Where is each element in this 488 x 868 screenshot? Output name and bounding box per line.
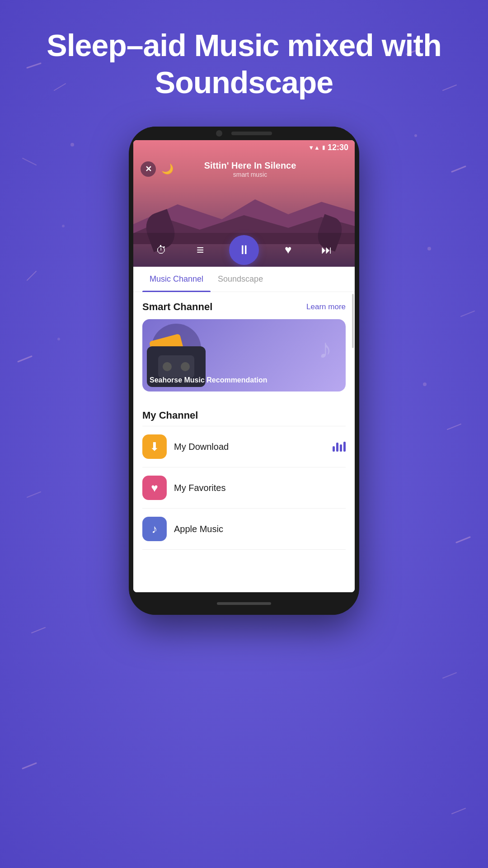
pause-button[interactable]: ⏸ xyxy=(229,235,259,265)
notification-bar: ✕ 🌙 Sittin' Here In Silence smart music xyxy=(133,156,355,182)
svg-line-9 xyxy=(447,424,461,429)
status-time: 12:30 xyxy=(328,143,348,152)
section-header: Smart Channel Learn more xyxy=(142,301,346,313)
apple-music-item[interactable]: ♪ Apple Music xyxy=(142,509,346,549)
svg-point-21 xyxy=(423,382,427,386)
svg-line-13 xyxy=(443,673,456,678)
wifi-icon: ▼▲ xyxy=(308,144,320,151)
divider-3 xyxy=(142,549,346,550)
my-download-label: My Download xyxy=(174,442,333,452)
apple-music-label: Apple Music xyxy=(174,524,346,534)
timer-icon: ⏱ xyxy=(156,244,167,256)
svg-line-4 xyxy=(23,158,36,165)
phone-speaker xyxy=(231,132,272,135)
phone-frame: ▼▲ ▮ 12:30 ✕ 🌙 Sittin' Here xyxy=(129,127,359,615)
apple-music-icon: ♪ xyxy=(152,522,158,536)
cassette-reel-right xyxy=(181,362,190,371)
content-area: Music Channel Soundscape Smart Channel L… xyxy=(133,267,355,592)
smart-channel-section: Smart Channel Learn more xyxy=(133,292,355,392)
my-favorites-item[interactable]: ♥ My Favorites xyxy=(142,467,346,508)
svg-line-11 xyxy=(456,537,470,542)
smart-channel-card[interactable]: ♪ Seahorse Music Recommendation xyxy=(142,319,346,392)
close-button[interactable]: ✕ xyxy=(141,161,156,177)
my-favorites-label: My Favorites xyxy=(174,483,346,493)
phone-notch xyxy=(129,127,359,140)
status-bar: ▼▲ ▮ 12:30 xyxy=(133,140,355,155)
music-note-icon: ♪ xyxy=(319,333,332,364)
phone-bottom xyxy=(129,592,359,615)
track-subtitle: smart music xyxy=(174,171,327,178)
battery-icon: ▮ xyxy=(322,144,325,151)
timer-button[interactable]: ⏱ xyxy=(152,241,170,259)
download-icon: ⬇ xyxy=(150,440,160,454)
svg-point-20 xyxy=(57,338,60,340)
track-title: Sittin' Here In Silence xyxy=(174,160,327,171)
download-icon-bg: ⬇ xyxy=(142,434,167,459)
music-banner: ✕ 🌙 Sittin' Here In Silence smart music … xyxy=(133,140,355,267)
headline: Sleep–aid Music mixed with Soundscape xyxy=(0,27,488,101)
learn-more-link[interactable]: Learn more xyxy=(306,302,346,311)
skip-icon: ⏭ xyxy=(321,244,332,256)
favorites-icon-bg: ♥ xyxy=(142,476,167,500)
my-channel-title: My Channel xyxy=(142,410,346,421)
player-controls: ⏱ ≡ ⏸ ♥ ⏭ xyxy=(133,233,355,267)
svg-line-6 xyxy=(27,271,36,280)
svg-line-8 xyxy=(18,356,32,362)
svg-line-7 xyxy=(461,311,474,316)
svg-line-14 xyxy=(23,763,36,769)
track-info: Sittin' Here In Silence smart music xyxy=(174,160,327,178)
equalizer-button[interactable]: ≡ xyxy=(191,241,209,259)
smart-channel-title: Smart Channel xyxy=(142,301,212,313)
status-icons: ▼▲ ▮ 12:30 xyxy=(308,143,348,152)
my-channel-section: My Channel ⬇ My Download xyxy=(133,401,355,550)
equalizer-icon: ≡ xyxy=(197,243,203,257)
heart-icon: ♥ xyxy=(285,243,291,257)
svg-line-5 xyxy=(452,166,465,172)
eq-bar-3 xyxy=(340,444,342,452)
svg-point-16 xyxy=(70,143,74,146)
card-label: Seahorse Music Recommendation xyxy=(150,376,267,384)
svg-point-19 xyxy=(427,247,431,250)
scroll-indicator xyxy=(352,294,354,348)
svg-line-15 xyxy=(452,808,465,814)
svg-line-12 xyxy=(32,627,45,633)
eq-bar-1 xyxy=(333,446,335,452)
eq-bar-2 xyxy=(336,443,338,452)
apple-music-icon-bg: ♪ xyxy=(142,517,167,541)
pause-icon: ⏸ xyxy=(238,242,250,257)
phone-screen: ▼▲ ▮ 12:30 ✕ 🌙 Sittin' Here xyxy=(133,140,355,592)
tabs: Music Channel Soundscape xyxy=(133,267,355,292)
tab-music-channel[interactable]: Music Channel xyxy=(142,267,211,292)
cassette-reel-left xyxy=(163,362,172,371)
moon-icon: 🌙 xyxy=(161,163,174,175)
svg-point-17 xyxy=(414,134,417,137)
heart-icon-fav: ♥ xyxy=(151,481,158,495)
home-bar xyxy=(217,602,271,605)
svg-point-18 xyxy=(62,225,65,227)
my-download-item[interactable]: ⬇ My Download xyxy=(142,426,346,467)
headline-text2: Soundscape xyxy=(155,65,333,99)
skip-button[interactable]: ⏭ xyxy=(318,241,336,259)
svg-line-10 xyxy=(27,492,41,497)
favorite-button[interactable]: ♥ xyxy=(279,241,297,259)
eq-bar-4 xyxy=(343,442,346,452)
tab-soundscape[interactable]: Soundscape xyxy=(211,267,270,292)
headline-text: Sleep–aid Music mixed with xyxy=(47,28,441,62)
phone-camera xyxy=(216,130,222,137)
close-icon: ✕ xyxy=(145,164,152,174)
cassette-inner xyxy=(158,355,194,378)
now-playing-bars xyxy=(333,442,346,452)
